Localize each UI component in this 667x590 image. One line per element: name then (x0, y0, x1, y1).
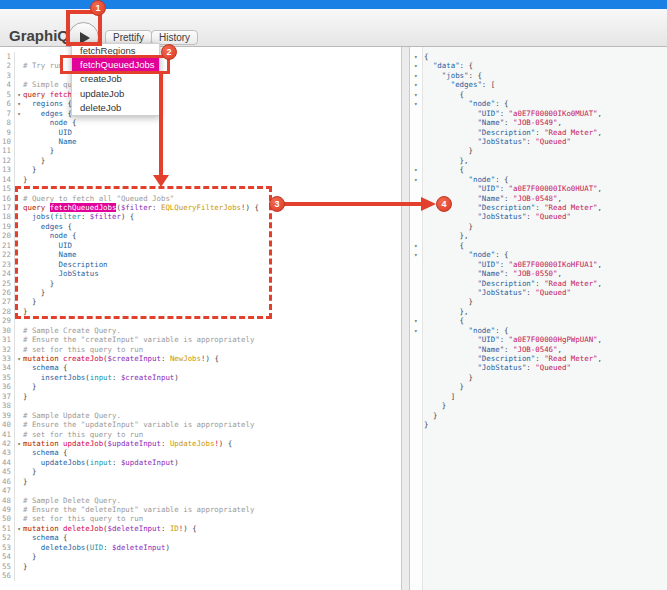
line-number: 52 (0, 533, 15, 542)
result-json-line: "JobStatus": "Queued" (410, 288, 667, 297)
fold-caret-icon[interactable]: ▾ (15, 439, 23, 448)
result-json-line: "Name": "JOB-0546", (410, 345, 667, 354)
line-number: 5 (0, 90, 15, 99)
code-text: "node": { (424, 326, 509, 335)
line-number: 7 (0, 109, 15, 118)
fold-caret-icon (15, 467, 23, 476)
fold-caret-icon (410, 401, 424, 410)
result-json-line: ] (410, 392, 667, 401)
code-text: } (23, 467, 36, 476)
fold-caret-icon (410, 307, 424, 316)
fold-caret-icon[interactable]: ▾ (410, 99, 424, 108)
fold-caret-icon (410, 335, 424, 344)
fold-caret-icon[interactable]: ▾ (410, 80, 424, 89)
fold-caret-icon (410, 373, 424, 382)
fold-caret-icon[interactable]: ▾ (410, 326, 424, 335)
code-text: mutation updateJob($updateInput: UpdateJ… (23, 439, 232, 448)
code-text: "UID": "a0E7F00000IKoHFUA1", (424, 260, 602, 269)
fold-caret-icon[interactable]: ▾ (410, 175, 424, 184)
line-number: 30 (0, 326, 15, 335)
line-number: 21 (0, 241, 15, 250)
fold-caret-icon[interactable]: ▾ (410, 61, 424, 70)
fold-caret-icon[interactable]: ▾ (15, 524, 23, 533)
code-text: { (424, 52, 428, 61)
fold-caret-icon[interactable]: ▾ (410, 71, 424, 80)
result-json-line: }, (410, 156, 667, 165)
code-text: "node": { (424, 175, 509, 184)
code-text: ] (424, 392, 455, 401)
line-number: 10 (0, 137, 15, 146)
fold-caret-icon (15, 118, 23, 127)
fold-caret-icon[interactable]: ▾ (15, 90, 23, 99)
editor-code-line: 34 schema { (0, 363, 401, 372)
code-text: # Sample Create Query. (23, 326, 121, 335)
fold-caret-icon[interactable]: ▾ (15, 99, 23, 108)
line-number: 28 (0, 307, 15, 316)
editor-code-line: 8 node { (0, 118, 401, 127)
fold-caret-icon (410, 411, 424, 420)
code-text: } (424, 382, 464, 391)
editor-code-line: 40# Ensure the "updateInput" variable is… (0, 420, 401, 429)
code-text: }, (424, 307, 469, 316)
dropdown-item-createjob[interactable]: createJob (72, 72, 159, 86)
dropdown-item-deletejob[interactable]: deleteJob (72, 101, 159, 115)
fold-caret-icon (15, 175, 23, 184)
editor-code-line: 45 } (0, 467, 401, 476)
result-json-line: "UID": "a0E7F00000IKo0MUAT", (410, 109, 667, 118)
fold-caret-icon (15, 514, 23, 523)
code-text: schema { (23, 448, 68, 457)
code-text: } (23, 562, 27, 571)
result-json-line: } (410, 420, 667, 429)
result-json-line: "Name": "JOB-0549", (410, 118, 667, 127)
fold-caret-icon (410, 260, 424, 269)
fold-caret-icon[interactable]: ▾ (410, 241, 424, 250)
code-text: } (424, 146, 473, 155)
code-text: # Sample Delete Query. (23, 496, 121, 505)
fold-caret-icon[interactable]: ▾ (15, 109, 23, 118)
fold-caret-icon (410, 382, 424, 391)
line-number: 22 (0, 250, 15, 259)
fold-caret-icon[interactable]: ▾ (410, 52, 424, 61)
fold-caret-icon (410, 297, 424, 306)
fold-caret-icon (15, 80, 23, 89)
dropdown-item-updatejob[interactable]: updateJob (72, 87, 159, 101)
editor-code-line: 42▾mutation updateJob($updateInput: Upda… (0, 439, 401, 448)
code-text: } (23, 382, 36, 391)
line-number: 43 (0, 448, 15, 457)
line-number: 2 (0, 61, 15, 70)
result-json-line: } (410, 373, 667, 382)
editor-code-line: 50# set for this query to run (0, 514, 401, 523)
fold-caret-icon (410, 137, 424, 146)
result-json-line: ▾ "node": { (410, 250, 667, 259)
pane-resize-divider[interactable] (401, 47, 410, 590)
editor-code-line: 14} (0, 175, 401, 184)
code-text: } (23, 146, 54, 155)
step-badge-4: 4 (436, 196, 452, 212)
fold-caret-icon (15, 373, 23, 382)
code-text: # set for this query to run (23, 430, 143, 439)
code-text: { (424, 90, 464, 99)
line-number: 46 (0, 477, 15, 486)
code-text: }, (424, 231, 469, 240)
line-number: 51 (0, 524, 15, 533)
line-number: 55 (0, 562, 15, 571)
line-number: 3 (0, 71, 15, 80)
result-viewer: ▾{▾ "data": {▾ "jobs": {▾ "edges": [▾ {▾… (410, 47, 667, 590)
fold-caret-icon[interactable]: ▾ (410, 90, 424, 99)
saved-queries-dropdown[interactable]: fetchRegionsfetchQueuedJobscreateJobupda… (71, 43, 160, 116)
result-json-line: ▾ "jobs": { (410, 71, 667, 80)
fold-caret-icon[interactable]: ▾ (410, 316, 424, 325)
fold-caret-icon[interactable]: ▾ (410, 165, 424, 174)
result-json-line: }, (410, 307, 667, 316)
line-number: 25 (0, 279, 15, 288)
fold-caret-icon[interactable]: ▾ (410, 250, 424, 259)
line-number: 29 (0, 316, 15, 325)
line-number: 12 (0, 156, 15, 165)
fold-caret-icon (15, 345, 23, 354)
editor-code-line: 31# Ensure the "createInput" variable is… (0, 335, 401, 344)
annotation-arrow-down-head (153, 175, 169, 187)
editor-code-line: 5▾query fetch (0, 90, 401, 99)
fold-caret-icon[interactable]: ▾ (15, 354, 23, 363)
editor-code-line: 36 } (0, 382, 401, 391)
code-text: "Name": "JOB-0550", (424, 269, 562, 278)
